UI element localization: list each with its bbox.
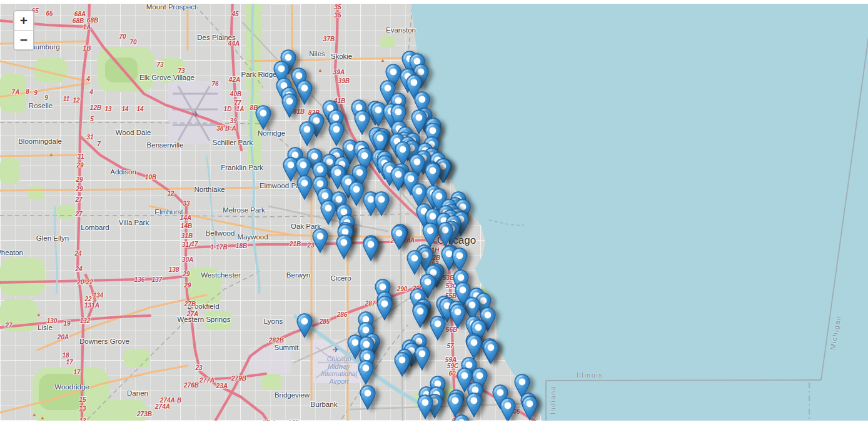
map-pin-marker[interactable] bbox=[414, 346, 430, 371]
map-pin-marker[interactable] bbox=[296, 80, 313, 105]
map-pin-marker[interactable] bbox=[466, 392, 482, 418]
map-pin-marker[interactable] bbox=[522, 396, 538, 421]
map-pin-marker[interactable] bbox=[320, 200, 336, 225]
map-pin-marker[interactable] bbox=[299, 121, 315, 146]
map-pin-marker[interactable] bbox=[430, 316, 446, 341]
map-pin-marker[interactable] bbox=[422, 222, 438, 248]
map-pin-marker[interactable] bbox=[312, 228, 328, 253]
map-pin-marker[interactable] bbox=[412, 303, 428, 328]
map-pin-marker[interactable] bbox=[452, 248, 468, 272]
zoom-out-button[interactable]: − bbox=[14, 31, 33, 49]
map-pin-marker[interactable] bbox=[483, 339, 499, 364]
map-pin-marker[interactable] bbox=[453, 414, 470, 421]
map-pin-marker[interactable] bbox=[466, 334, 482, 359]
map-pin-marker[interactable] bbox=[406, 250, 423, 275]
map-pin-marker[interactable] bbox=[500, 398, 516, 421]
map-pin-marker[interactable] bbox=[394, 352, 410, 377]
map-pin-marker[interactable] bbox=[373, 191, 390, 216]
map-pin-marker[interactable] bbox=[437, 222, 453, 247]
map-pin-marker[interactable] bbox=[336, 234, 352, 259]
map-pin-marker[interactable] bbox=[296, 313, 313, 338]
map-pin-marker[interactable] bbox=[391, 225, 407, 250]
map-pin-marker[interactable] bbox=[281, 93, 298, 118]
map-pin-marker[interactable] bbox=[363, 236, 379, 261]
map-pin-marker[interactable] bbox=[255, 105, 271, 130]
map-pin-marker[interactable] bbox=[296, 175, 313, 200]
zoom-in-button[interactable]: + bbox=[14, 11, 33, 31]
zoom-control: + − bbox=[13, 10, 34, 51]
map-pin-marker[interactable] bbox=[450, 304, 466, 329]
map-viewport[interactable]: GlenviewMount ProspectDes PlainesEvansto… bbox=[0, 4, 868, 421]
marker-layer bbox=[0, 4, 868, 421]
map-pin-marker[interactable] bbox=[360, 385, 376, 410]
map-content: GlenviewMount ProspectDes PlainesEvansto… bbox=[0, 4, 868, 421]
map-pin-marker[interactable] bbox=[376, 296, 393, 321]
map-pin-marker[interactable] bbox=[417, 394, 433, 419]
map-pin-marker[interactable] bbox=[358, 360, 374, 385]
map-pin-marker[interactable] bbox=[447, 392, 463, 418]
